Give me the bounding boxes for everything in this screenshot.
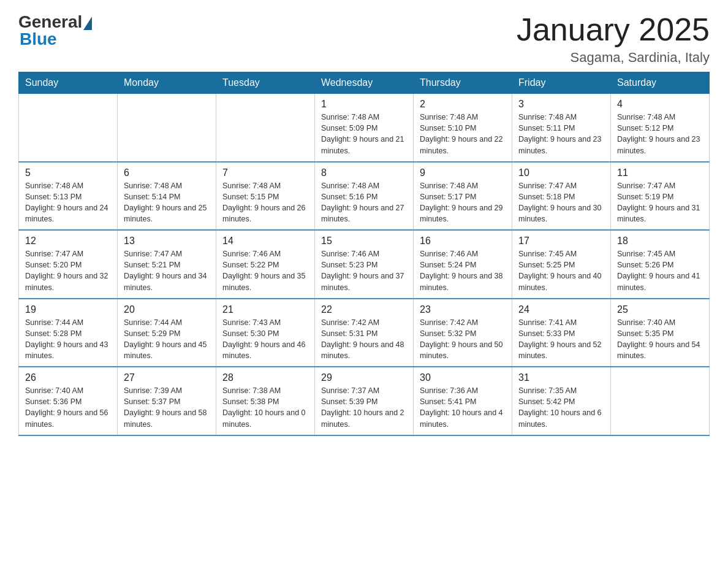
day-number: 26 [25,372,111,383]
table-row [611,367,710,435]
table-row: 27Sunrise: 7:39 AM Sunset: 5:37 PM Dayli… [118,367,216,435]
day-info: Sunrise: 7:46 AM Sunset: 5:23 PM Dayligh… [321,248,407,293]
day-info: Sunrise: 7:40 AM Sunset: 5:35 PM Dayligh… [617,317,703,362]
day-number: 10 [518,167,604,178]
day-info: Sunrise: 7:48 AM Sunset: 5:16 PM Dayligh… [321,180,407,225]
page-header: General Blue January 2025 Sagama, Sardin… [18,12,710,66]
day-info: Sunrise: 7:48 AM Sunset: 5:13 PM Dayligh… [25,180,111,225]
day-info: Sunrise: 7:44 AM Sunset: 5:29 PM Dayligh… [124,317,210,362]
table-row: 7Sunrise: 7:48 AM Sunset: 5:15 PM Daylig… [216,162,315,231]
table-row: 16Sunrise: 7:46 AM Sunset: 5:24 PM Dayli… [414,230,512,299]
day-number: 9 [420,167,506,178]
day-info: Sunrise: 7:38 AM Sunset: 5:38 PM Dayligh… [222,385,308,430]
table-row: 4Sunrise: 7:48 AM Sunset: 5:12 PM Daylig… [611,94,710,162]
location-subtitle: Sagama, Sardinia, Italy [517,50,710,66]
day-number: 6 [124,167,210,178]
day-number: 14 [222,236,308,247]
day-number: 15 [321,236,407,247]
day-number: 30 [420,372,506,383]
day-info: Sunrise: 7:42 AM Sunset: 5:31 PM Dayligh… [321,317,407,362]
table-row: 9Sunrise: 7:48 AM Sunset: 5:17 PM Daylig… [414,162,512,231]
day-info: Sunrise: 7:48 AM Sunset: 5:12 PM Dayligh… [617,112,703,156]
table-row: 20Sunrise: 7:44 AM Sunset: 5:29 PM Dayli… [118,299,216,367]
day-number: 20 [124,304,210,315]
table-row: 1Sunrise: 7:48 AM Sunset: 5:09 PM Daylig… [315,94,414,162]
calendar-week-row: 26Sunrise: 7:40 AM Sunset: 5:36 PM Dayli… [19,367,710,435]
table-row: 31Sunrise: 7:35 AM Sunset: 5:42 PM Dayli… [512,367,611,435]
month-title: January 2025 [517,12,710,47]
day-number: 22 [321,304,407,315]
table-row: 10Sunrise: 7:47 AM Sunset: 5:18 PM Dayli… [512,162,611,231]
calendar-week-row: 5Sunrise: 7:48 AM Sunset: 5:13 PM Daylig… [19,162,710,231]
logo: General Blue [18,12,92,49]
table-row: 23Sunrise: 7:42 AM Sunset: 5:32 PM Dayli… [414,299,512,367]
calendar-week-row: 1Sunrise: 7:48 AM Sunset: 5:09 PM Daylig… [19,94,710,162]
day-number: 19 [25,304,111,315]
logo-blue-text: Blue [20,29,57,49]
table-row: 26Sunrise: 7:40 AM Sunset: 5:36 PM Dayli… [19,367,118,435]
calendar-week-row: 12Sunrise: 7:47 AM Sunset: 5:20 PM Dayli… [19,230,710,299]
col-friday: Friday [512,72,611,94]
logo-triangle-icon [83,17,92,30]
day-info: Sunrise: 7:35 AM Sunset: 5:42 PM Dayligh… [518,385,604,430]
day-info: Sunrise: 7:37 AM Sunset: 5:39 PM Dayligh… [321,385,407,430]
day-info: Sunrise: 7:47 AM Sunset: 5:21 PM Dayligh… [124,248,210,293]
table-row: 30Sunrise: 7:36 AM Sunset: 5:41 PM Dayli… [414,367,512,435]
day-info: Sunrise: 7:48 AM Sunset: 5:10 PM Dayligh… [420,112,506,156]
table-row: 25Sunrise: 7:40 AM Sunset: 5:35 PM Dayli… [611,299,710,367]
day-number: 23 [420,304,506,315]
day-info: Sunrise: 7:47 AM Sunset: 5:20 PM Dayligh… [25,248,111,293]
day-number: 13 [124,236,210,247]
calendar-table: Sunday Monday Tuesday Wednesday Thursday… [18,72,710,436]
day-info: Sunrise: 7:40 AM Sunset: 5:36 PM Dayligh… [25,385,111,430]
table-row: 3Sunrise: 7:48 AM Sunset: 5:11 PM Daylig… [512,94,611,162]
day-number: 3 [518,99,604,110]
day-number: 24 [518,304,604,315]
day-number: 27 [124,372,210,383]
day-info: Sunrise: 7:47 AM Sunset: 5:18 PM Dayligh… [518,180,604,225]
day-number: 8 [321,167,407,178]
table-row: 12Sunrise: 7:47 AM Sunset: 5:20 PM Dayli… [19,230,118,299]
day-number: 1 [321,99,407,110]
day-number: 29 [321,372,407,383]
table-row: 17Sunrise: 7:45 AM Sunset: 5:25 PM Dayli… [512,230,611,299]
col-sunday: Sunday [19,72,118,94]
day-number: 11 [617,167,703,178]
table-row: 24Sunrise: 7:41 AM Sunset: 5:33 PM Dayli… [512,299,611,367]
table-row: 28Sunrise: 7:38 AM Sunset: 5:38 PM Dayli… [216,367,315,435]
day-number: 28 [222,372,308,383]
day-number: 21 [222,304,308,315]
table-row: 13Sunrise: 7:47 AM Sunset: 5:21 PM Dayli… [118,230,216,299]
day-number: 16 [420,236,506,247]
day-info: Sunrise: 7:47 AM Sunset: 5:19 PM Dayligh… [617,180,703,225]
table-row [19,94,118,162]
title-section: January 2025 Sagama, Sardinia, Italy [517,12,710,66]
table-row: 15Sunrise: 7:46 AM Sunset: 5:23 PM Dayli… [315,230,414,299]
day-info: Sunrise: 7:36 AM Sunset: 5:41 PM Dayligh… [420,385,506,430]
col-wednesday: Wednesday [315,72,414,94]
col-saturday: Saturday [611,72,710,94]
day-info: Sunrise: 7:48 AM Sunset: 5:15 PM Dayligh… [222,180,308,225]
day-info: Sunrise: 7:48 AM Sunset: 5:17 PM Dayligh… [420,180,506,225]
table-row [118,94,216,162]
day-number: 4 [617,99,703,110]
day-number: 5 [25,167,111,178]
table-row: 2Sunrise: 7:48 AM Sunset: 5:10 PM Daylig… [414,94,512,162]
table-row: 5Sunrise: 7:48 AM Sunset: 5:13 PM Daylig… [19,162,118,231]
table-row: 29Sunrise: 7:37 AM Sunset: 5:39 PM Dayli… [315,367,414,435]
day-info: Sunrise: 7:45 AM Sunset: 5:25 PM Dayligh… [518,248,604,293]
col-tuesday: Tuesday [216,72,315,94]
day-info: Sunrise: 7:41 AM Sunset: 5:33 PM Dayligh… [518,317,604,362]
table-row: 18Sunrise: 7:45 AM Sunset: 5:26 PM Dayli… [611,230,710,299]
table-row: 6Sunrise: 7:48 AM Sunset: 5:14 PM Daylig… [118,162,216,231]
table-row: 14Sunrise: 7:46 AM Sunset: 5:22 PM Dayli… [216,230,315,299]
day-info: Sunrise: 7:44 AM Sunset: 5:28 PM Dayligh… [25,317,111,362]
table-row: 22Sunrise: 7:42 AM Sunset: 5:31 PM Dayli… [315,299,414,367]
table-row: 19Sunrise: 7:44 AM Sunset: 5:28 PM Dayli… [19,299,118,367]
day-number: 12 [25,236,111,247]
day-number: 17 [518,236,604,247]
calendar-week-row: 19Sunrise: 7:44 AM Sunset: 5:28 PM Dayli… [19,299,710,367]
table-row: 21Sunrise: 7:43 AM Sunset: 5:30 PM Dayli… [216,299,315,367]
day-number: 2 [420,99,506,110]
day-info: Sunrise: 7:48 AM Sunset: 5:11 PM Dayligh… [518,112,604,156]
